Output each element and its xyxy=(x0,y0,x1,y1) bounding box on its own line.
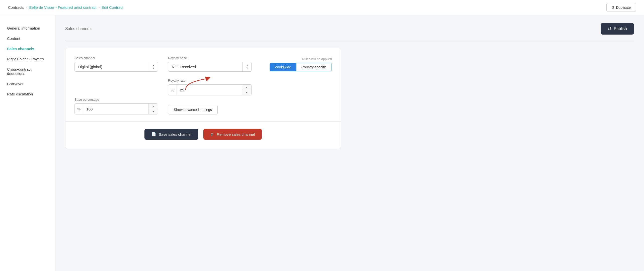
royalty-base-select-wrapper: NET Received PPD SRLP ▲ ▼ xyxy=(168,62,252,72)
sidebar-item-carryover[interactable]: Carryover xyxy=(0,79,55,89)
base-percentage-input-wrapper: % ▲ ▼ xyxy=(74,103,158,114)
base-percentage-up[interactable]: ▲ xyxy=(149,104,158,109)
sales-channel-card: Sales channel Digital (global) Physical … xyxy=(65,48,341,149)
royalty-base-label: Royalty base xyxy=(168,56,252,60)
remove-sales-channel-button[interactable]: 🗑 Remove sales channel xyxy=(203,129,262,140)
toggle-group: Worldwide Country-specific xyxy=(270,63,332,71)
base-percentage-down[interactable]: ▼ xyxy=(149,109,158,114)
duplicate-icon: ⧉ xyxy=(612,5,614,10)
publish-label: Publish xyxy=(614,27,627,31)
top-bar: Contracts › Eefje de Visser - Featured a… xyxy=(0,0,644,15)
card-footer: 📄 Save sales channel 🗑 Remove sales chan… xyxy=(74,129,332,140)
base-percentage-input[interactable] xyxy=(83,104,148,114)
sales-channel-select-wrapper: Digital (global) Physical Streaming Down… xyxy=(74,62,158,72)
duplicate-label: Duplicate xyxy=(616,6,631,10)
breadcrumb-sep-1: › xyxy=(26,6,27,9)
country-specific-button[interactable]: Country-specific xyxy=(296,63,332,71)
rules-label: Rules will be applied xyxy=(302,57,332,61)
publish-button[interactable]: ↺ Publish xyxy=(601,23,634,35)
royalty-base-group: Royalty base NET Received PPD SRLP ▲ ▼ xyxy=(168,56,252,72)
breadcrumb-sep-2: › xyxy=(99,6,100,9)
royalty-rate-spinners: ▲ ▼ xyxy=(242,85,251,95)
breadcrumb-root: Contracts xyxy=(8,5,24,10)
royalty-rate-group: Royalty rate % ▲ ▼ xyxy=(168,79,252,114)
breadcrumb-current[interactable]: Edit Contract xyxy=(102,5,123,10)
show-advanced-button[interactable]: Show advanced settings xyxy=(168,105,218,114)
sales-channel-label: Sales channel xyxy=(74,56,158,60)
sidebar-item-sales[interactable]: Sales channels xyxy=(0,44,55,54)
remove-icon: 🗑 xyxy=(210,132,214,137)
sales-channel-select[interactable]: Digital (global) Physical Streaming Down… xyxy=(74,62,158,72)
royalty-base-select[interactable]: NET Received PPD SRLP xyxy=(168,62,252,72)
show-advanced-wrapper: Show advanced settings xyxy=(168,105,252,114)
save-sales-channel-button[interactable]: 📄 Save sales channel xyxy=(144,129,198,140)
content-header: Sales channels ↺ Publish xyxy=(65,23,634,35)
content-area: Sales channels ↺ Publish Sales channel D… xyxy=(55,15,644,271)
royalty-rate-down[interactable]: ▼ xyxy=(242,90,251,95)
section-divider xyxy=(65,41,634,41)
page-title: Sales channels xyxy=(65,27,93,31)
sidebar-item-escalation[interactable]: Rate escalation xyxy=(0,89,55,99)
sidebar-item-content[interactable]: Content xyxy=(0,33,55,44)
sales-channel-group: Sales channel Digital (global) Physical … xyxy=(74,56,158,72)
sidebar: General information Content Sales channe… xyxy=(0,15,55,271)
rules-section: Rules will be applied Worldwide Country-… xyxy=(262,56,332,71)
base-percentage-spinners: ▲ ▼ xyxy=(148,104,158,114)
royalty-rate-input[interactable] xyxy=(177,85,242,95)
royalty-rate-input-wrapper: % ▲ ▼ xyxy=(168,84,252,95)
base-percentage-group: Base percentage % ▲ ▼ xyxy=(74,98,158,114)
royalty-rate-label: Royalty rate xyxy=(168,79,252,82)
save-icon: 📄 xyxy=(151,132,156,137)
form-row-2: Base percentage % ▲ ▼ Royalty rate % xyxy=(74,79,332,114)
publish-icon: ↺ xyxy=(608,26,611,32)
sidebar-item-deductions[interactable]: Cross-contract deductions xyxy=(0,64,55,79)
base-percentage-label: Base percentage xyxy=(74,98,158,101)
royalty-rate-prefix: % xyxy=(168,85,177,95)
save-label: Save sales channel xyxy=(159,132,191,137)
worldwide-button[interactable]: Worldwide xyxy=(270,63,296,71)
remove-label: Remove sales channel xyxy=(217,132,255,137)
breadcrumb: Contracts › Eefje de Visser - Featured a… xyxy=(8,5,123,10)
sidebar-item-payees[interactable]: Right Holder - Payees xyxy=(0,54,55,64)
breadcrumb-parent[interactable]: Eefje de Visser - Featured artist contra… xyxy=(29,5,97,10)
main-layout: General information Content Sales channe… xyxy=(0,15,644,271)
duplicate-button[interactable]: ⧉ Duplicate xyxy=(606,3,636,12)
base-percentage-prefix: % xyxy=(75,104,83,114)
card-footer-divider xyxy=(65,121,341,122)
royalty-rate-up[interactable]: ▲ xyxy=(242,85,251,90)
sidebar-item-general[interactable]: General information xyxy=(0,23,55,33)
form-row-1: Sales channel Digital (global) Physical … xyxy=(74,56,332,72)
